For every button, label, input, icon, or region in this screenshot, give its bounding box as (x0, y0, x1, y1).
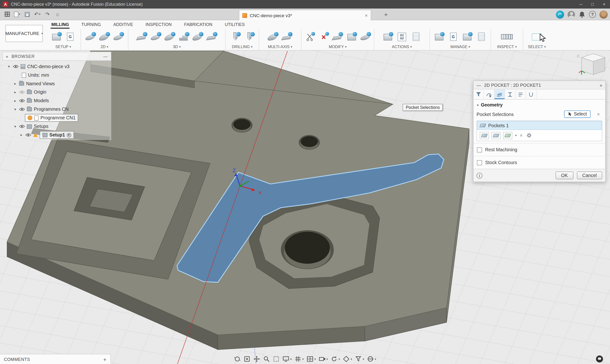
tree-item-programmes[interactable]: ▾ Programmes CN (2, 105, 111, 114)
look-at-button[interactable] (244, 355, 250, 362)
pockets-list-item[interactable]: Pockets 1 (477, 121, 602, 130)
tree-item-origin[interactable]: ▸ Origin (2, 88, 111, 96)
group-label-3d[interactable]: 3D▾ (173, 45, 181, 51)
group-label-setup[interactable]: SETUP▾ (55, 45, 71, 51)
expand-right-icon[interactable]: » (600, 83, 602, 87)
group-label-modify[interactable]: MODIFY▾ (329, 45, 347, 51)
multiaxis-contour-icon[interactable] (281, 31, 293, 43)
tab-turning[interactable]: TURNING (80, 20, 102, 29)
new-document-button[interactable]: + (381, 10, 391, 20)
orbit-button[interactable] (234, 355, 241, 362)
caret-down-icon[interactable]: ▾ (13, 107, 17, 111)
visibility-eye-icon[interactable] (13, 65, 19, 68)
tree-item-named-views[interactable]: ▸ Named Views (2, 79, 111, 88)
tool-library-icon[interactable]: G (447, 31, 459, 43)
collapse-dialog-icon[interactable]: — (477, 83, 481, 87)
assistant-icon[interactable] (596, 355, 603, 362)
new-setup-icon[interactable] (50, 31, 62, 43)
maximize-button[interactable]: □ (587, 0, 598, 9)
templates-icon[interactable] (461, 31, 473, 43)
visibility-eye-icon[interactable] (19, 107, 25, 111)
ramp-icon[interactable] (206, 31, 218, 43)
pocket-clearing-icon[interactable] (150, 31, 162, 43)
undo-button[interactable]: ↶▾ (33, 10, 42, 19)
visibility-eye-icon[interactable] (19, 99, 25, 103)
caret-down-icon[interactable]: ▾ (7, 65, 11, 68)
area-select-mode-icon[interactable] (503, 132, 512, 139)
pan-button[interactable] (253, 355, 260, 362)
caret-right-icon[interactable]: ▸ (20, 133, 23, 137)
hole-small-1[interactable] (231, 118, 252, 133)
fit-button[interactable] (273, 355, 280, 362)
parallel-icon[interactable] (164, 31, 176, 43)
camera-button[interactable]: ▾ (319, 355, 328, 362)
tab-utilities[interactable]: UTILITIES (224, 20, 246, 29)
tree-item-setup1[interactable]: ▸ Setup1 (2, 131, 111, 139)
machining-extension-icon[interactable] (346, 31, 357, 43)
file-menu-button[interactable]: ▾ (13, 10, 22, 19)
tab-toolpath[interactable] (484, 90, 494, 99)
selected-item-box[interactable]: Setup1 (40, 131, 74, 139)
2d-pocket-icon[interactable] (99, 31, 110, 43)
trim-toolpath-icon[interactable] (304, 31, 315, 43)
edit-toolpath-icon[interactable] (332, 31, 344, 43)
caret-right-icon[interactable]: ▸ (13, 99, 17, 103)
section-view-button[interactable]: ▾ (367, 355, 376, 362)
tab-passes[interactable] (515, 90, 526, 99)
collapse-panel-icon[interactable]: « (6, 54, 8, 59)
caret-right-icon[interactable]: ▸ (13, 90, 17, 94)
tree-item-programme-cn1[interactable]: Programme CN1 (2, 114, 111, 122)
close-document-icon[interactable]: × (365, 13, 367, 18)
contour-icon[interactable] (178, 31, 190, 43)
rest-machining-checkbox[interactable] (477, 147, 482, 152)
viewports-button[interactable]: ▾ (306, 355, 316, 362)
document-tab[interactable]: CNC-demo-piece v3* × (239, 10, 371, 21)
account-icon[interactable] (568, 11, 575, 18)
stock-contours-checkbox[interactable] (477, 160, 482, 165)
cancel-button[interactable]: Cancel (577, 171, 602, 179)
geometry-section-header[interactable]: ▾ Geometry (473, 100, 605, 109)
group-label-select[interactable]: SELECT▾ (528, 45, 546, 51)
tab-milling[interactable]: MILLING (51, 20, 70, 29)
caret-down-icon[interactable]: ▾ (13, 124, 17, 128)
nc-program-icon[interactable]: G1G2 (396, 31, 408, 43)
tree-item-setups[interactable]: ▾ Setups (2, 122, 111, 131)
selection-filter-button[interactable]: ▾ (355, 355, 364, 362)
ok-button[interactable]: OK (556, 171, 573, 179)
comments-bar[interactable]: COMMENTS + (0, 354, 111, 364)
save-button[interactable] (23, 10, 32, 19)
tab-additive[interactable]: ADDITIVE (113, 20, 134, 29)
swarf-icon[interactable] (267, 31, 279, 43)
2d-contour-icon[interactable] (113, 31, 124, 43)
scallop-icon[interactable] (192, 31, 204, 43)
group-label-multiaxis[interactable]: MULTI-AXIS▾ (268, 45, 292, 51)
visibility-eye-icon[interactable] (25, 133, 31, 137)
group-label-actions[interactable]: ACTIONS▾ (392, 45, 412, 51)
active-setup-radio-icon[interactable] (67, 133, 71, 137)
measure-ruler-icon[interactable] (501, 31, 513, 43)
zoom-button[interactable] (263, 355, 270, 362)
face-select-mode-icon[interactable] (480, 132, 489, 139)
close-window-button[interactable]: × (598, 0, 610, 9)
home-view-button[interactable]: ⌂ (53, 10, 62, 19)
group-label-2d[interactable]: 2D▾ (101, 45, 108, 51)
chain-select-mode-icon[interactable] (491, 132, 501, 139)
clear-selection-icon[interactable]: × (597, 111, 600, 117)
view-cube[interactable] (578, 52, 608, 78)
add-comment-icon[interactable]: + (103, 356, 106, 362)
selected-item-box[interactable]: Programme CN1 (25, 114, 78, 122)
toolpath-modify-icon[interactable] (360, 31, 372, 43)
large-bore-hole[interactable] (281, 230, 334, 269)
visual-style-button[interactable]: ▾ (343, 355, 352, 362)
tab-heights[interactable] (505, 90, 515, 99)
help-icon[interactable]: ? (589, 11, 596, 18)
setup-sheet-icon[interactable] (410, 31, 422, 43)
minimize-button[interactable]: ─ (575, 0, 587, 9)
tab-linking[interactable] (526, 90, 536, 99)
tree-item-root[interactable]: ▾ CNC-demo-piece v3 (2, 62, 111, 71)
bore-icon[interactable] (243, 31, 255, 43)
group-label-inspect[interactable]: INSPECT▾ (497, 45, 517, 51)
tab-geometry[interactable] (494, 90, 505, 99)
setup-gcode-icon[interactable]: G (64, 31, 76, 43)
2d-face-icon[interactable] (85, 31, 96, 43)
